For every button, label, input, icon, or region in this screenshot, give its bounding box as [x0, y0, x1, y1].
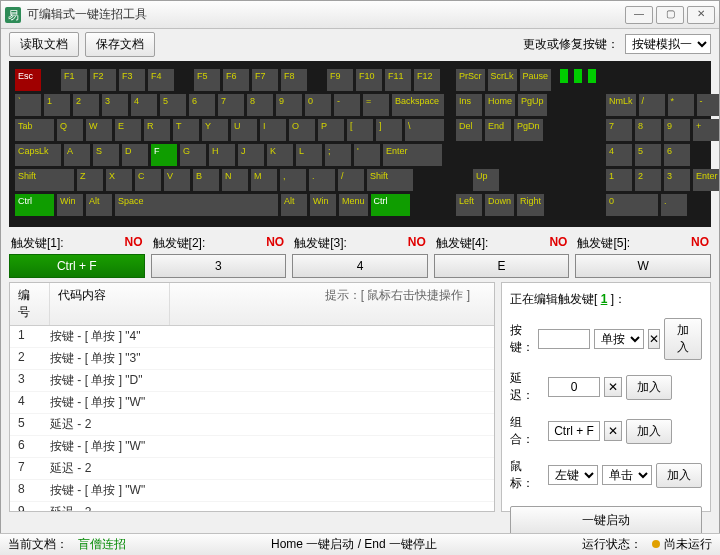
key--[interactable]: - — [697, 94, 720, 116]
key-0[interactable]: 0 — [305, 94, 331, 116]
key-g[interactable]: G — [180, 144, 206, 166]
trigger-button-3[interactable]: 4 — [292, 254, 428, 278]
read-doc-button[interactable]: 读取文档 — [9, 32, 79, 57]
key-shift[interactable]: Shift — [367, 169, 413, 191]
key-home[interactable]: Home — [485, 94, 515, 116]
key-f[interactable]: F — [151, 144, 177, 166]
key-p[interactable]: P — [318, 119, 344, 141]
key-8[interactable]: 8 — [247, 94, 273, 116]
key-\[interactable]: \ — [405, 119, 444, 141]
trigger-button-4[interactable]: E — [434, 254, 570, 278]
key-f8[interactable]: F8 — [281, 69, 307, 91]
key-left[interactable]: Left — [456, 194, 482, 216]
key-b[interactable]: B — [193, 169, 219, 191]
key-alt[interactable]: Alt — [281, 194, 307, 216]
key-f11[interactable]: F11 — [385, 69, 411, 91]
key-nmlk[interactable]: NmLk — [606, 94, 636, 116]
key-f4[interactable]: F4 — [148, 69, 174, 91]
combo-input[interactable] — [548, 421, 600, 441]
key-*[interactable]: * — [668, 94, 694, 116]
key-end[interactable]: End — [485, 119, 511, 141]
mouse-add-button[interactable]: 加入 — [656, 463, 702, 488]
save-doc-button[interactable]: 保存文档 — [85, 32, 155, 57]
trigger-button-2[interactable]: 3 — [151, 254, 287, 278]
key-pgup[interactable]: PgUp — [518, 94, 547, 116]
key-prscr[interactable]: PrScr — [456, 69, 485, 91]
key-t[interactable]: T — [173, 119, 199, 141]
key-w[interactable]: W — [86, 119, 112, 141]
key-4[interactable]: 4 — [606, 144, 632, 166]
key-f10[interactable]: F10 — [356, 69, 382, 91]
key-menu[interactable]: Menu — [339, 194, 368, 216]
key-z[interactable]: Z — [77, 169, 103, 191]
combo-clear-button[interactable]: ✕ — [604, 421, 622, 441]
key-0[interactable]: 0 — [606, 194, 658, 216]
key-ctrl[interactable]: Ctrl — [371, 194, 410, 216]
key-enter[interactable]: Enter — [383, 144, 442, 166]
key-del[interactable]: Del — [456, 119, 482, 141]
key-1[interactable]: 1 — [606, 169, 632, 191]
key--[interactable]: - — [334, 94, 360, 116]
key-clear-button[interactable]: ✕ — [648, 329, 660, 349]
key-add-button[interactable]: 加入 — [664, 318, 702, 360]
key-9[interactable]: 9 — [276, 94, 302, 116]
key-l[interactable]: L — [296, 144, 322, 166]
list-row[interactable]: 1按键 - [ 单按 ] "4" — [10, 326, 494, 348]
key-v[interactable]: V — [164, 169, 190, 191]
list-row[interactable]: 9延迟 - 2 — [10, 502, 494, 511]
key-5[interactable]: 5 — [160, 94, 186, 116]
key-m[interactable]: M — [251, 169, 277, 191]
key-3[interactable]: 3 — [102, 94, 128, 116]
mouse-action-select[interactable]: 单击 — [602, 465, 652, 485]
start-button[interactable]: 一键启动 — [510, 506, 702, 535]
key-f5[interactable]: F5 — [194, 69, 220, 91]
key-u[interactable]: U — [231, 119, 257, 141]
key-/[interactable]: / — [338, 169, 364, 191]
key-9[interactable]: 9 — [664, 119, 690, 141]
key-3[interactable]: 3 — [664, 169, 690, 191]
key-backspace[interactable]: Backspace — [392, 94, 444, 116]
key-pause[interactable]: Pause — [520, 69, 552, 91]
key-1[interactable]: 1 — [44, 94, 70, 116]
key-down[interactable]: Down — [485, 194, 514, 216]
key-shift[interactable]: Shift — [15, 169, 74, 191]
key-capslk[interactable]: CapsLk — [15, 144, 61, 166]
mouse-button-select[interactable]: 左键 — [548, 465, 598, 485]
col-content[interactable]: 代码内容 — [50, 283, 170, 325]
key-up[interactable]: Up — [473, 169, 499, 191]
key-win[interactable]: Win — [57, 194, 83, 216]
key-k[interactable]: K — [267, 144, 293, 166]
key-win[interactable]: Win — [310, 194, 336, 216]
key-f3[interactable]: F3 — [119, 69, 145, 91]
key-+[interactable]: + — [693, 119, 719, 141]
key-'[interactable]: ' — [354, 144, 380, 166]
list-row[interactable]: 7延迟 - 2 — [10, 458, 494, 480]
list-row[interactable]: 8按键 - [ 单按 ] "W" — [10, 480, 494, 502]
key-e[interactable]: E — [115, 119, 141, 141]
key-j[interactable]: J — [238, 144, 264, 166]
key-=[interactable]: = — [363, 94, 389, 116]
key-s[interactable]: S — [93, 144, 119, 166]
key-n[interactable]: N — [222, 169, 248, 191]
list-row[interactable]: 2按键 - [ 单按 ] "3" — [10, 348, 494, 370]
delay-input[interactable] — [548, 377, 600, 397]
key-mode-select[interactable]: 按键模拟一 — [625, 34, 711, 54]
key-ins[interactable]: Ins — [456, 94, 482, 116]
key-6[interactable]: 6 — [664, 144, 690, 166]
key-pgdn[interactable]: PgDn — [514, 119, 543, 141]
key-esc[interactable]: Esc — [15, 69, 41, 91]
key-.[interactable]: . — [309, 169, 335, 191]
list-body[interactable]: 1按键 - [ 单按 ] "4"2按键 - [ 单按 ] "3"3按键 - [ … — [10, 326, 494, 511]
minimize-button[interactable]: — — [625, 6, 653, 24]
key-y[interactable]: Y — [202, 119, 228, 141]
close-button[interactable]: ✕ — [687, 6, 715, 24]
key-o[interactable]: O — [289, 119, 315, 141]
key-tab[interactable]: Tab — [15, 119, 54, 141]
key-;[interactable]: ; — [325, 144, 351, 166]
key-f12[interactable]: F12 — [414, 69, 440, 91]
list-row[interactable]: 3按键 - [ 单按 ] "D" — [10, 370, 494, 392]
maximize-button[interactable]: ▢ — [656, 6, 684, 24]
key-5[interactable]: 5 — [635, 144, 661, 166]
key-r[interactable]: R — [144, 119, 170, 141]
key-.[interactable]: . — [661, 194, 687, 216]
